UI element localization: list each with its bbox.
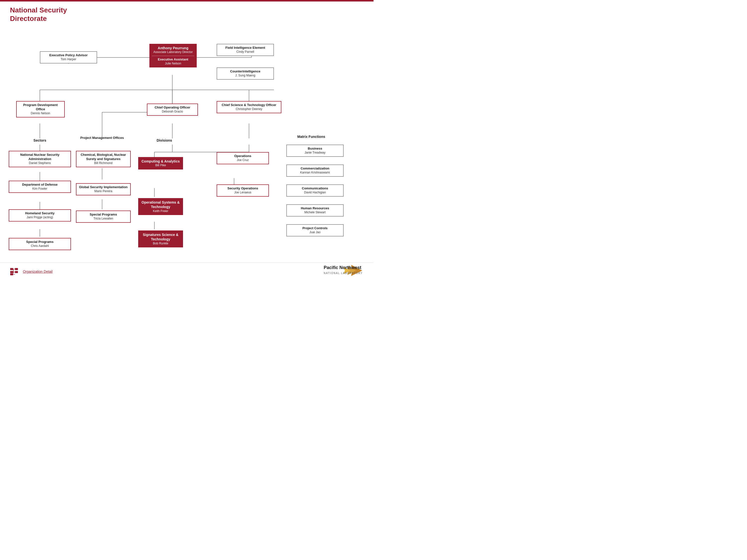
special-prog-sectors-box: Special Programs Chris Aardahl xyxy=(9,238,71,250)
cbn-box: Chemical, Biological, Nuclear Surety and… xyxy=(76,151,131,167)
dod-box: Department of Defense Kim Fowler xyxy=(9,181,71,193)
org-chart: Anthony Peurrung Associate Laboratory Di… xyxy=(0,25,374,267)
hr-box: Human Resources Michele Stewart xyxy=(286,204,344,216)
svg-rect-30 xyxy=(10,268,13,270)
security-ops-box: Security Operations Joe Lenaeus xyxy=(216,184,269,196)
commercialization-box: Commercialization Kannan Krishnaswami xyxy=(286,164,344,177)
communications-box: Communications David Hachigian xyxy=(286,184,344,196)
coo-box: Chief Operating Officer Deborah Gracio xyxy=(147,104,198,115)
project-controls-box: Project Controls Juai Jao xyxy=(286,224,344,236)
csto-box: Chief Science & Technology Officer Chris… xyxy=(216,101,281,113)
svg-text:NATIONAL LABORATORY: NATIONAL LABORATORY xyxy=(324,272,363,274)
org-detail-link[interactable]: Organization Detail xyxy=(23,270,53,273)
global-sec-box: Global Security Implementation Mario Per… xyxy=(76,183,131,195)
matrix-label: Matrix Functions xyxy=(286,135,336,139)
svg-rect-34 xyxy=(15,271,18,273)
svg-rect-33 xyxy=(15,268,18,270)
pnnl-logo: Pacific Northwest NATIONAL LABORATORY xyxy=(324,264,364,279)
svg-rect-31 xyxy=(10,271,13,273)
footer: Organization Detail Pacific Northwest NA… xyxy=(0,263,374,280)
counterintel-box: Counterintelligence J. Sung Maeng xyxy=(216,68,274,79)
ops-sys-box: Operational Systems & Technology Keith F… xyxy=(138,198,183,215)
page-title: National Security Directorate xyxy=(0,1,374,23)
business-box: Business Janie Treadway xyxy=(286,144,344,157)
exec-policy-box: Executive Policy Advisor Tom Harper xyxy=(40,51,97,63)
program-dev-box: Program Development Office Dennis Nelson xyxy=(16,101,65,117)
svg-rect-32 xyxy=(10,273,13,275)
signatures-box: Signatures Science & Technology Bob Runk… xyxy=(138,231,183,247)
computing-box: Computing & Analytics Bill Pike xyxy=(138,157,183,169)
footer-left: Organization Detail xyxy=(10,268,53,275)
nnsa-box: National Nuclear Security Administration… xyxy=(9,151,71,167)
pmo-label: Project Management Offices xyxy=(76,136,128,140)
operations-box: Operations Joe Cruz xyxy=(216,152,269,164)
field-intel-box: Field Intelligence Element Cindy Parnell xyxy=(216,44,274,56)
org-chart-icon xyxy=(10,268,20,275)
pnnl-logo-svg: Pacific Northwest NATIONAL LABORATORY xyxy=(324,264,364,278)
homeland-box: Homeland Security Jami Prigge (acting) xyxy=(9,209,71,221)
svg-text:Pacific Northwest: Pacific Northwest xyxy=(324,265,361,270)
sectors-label: Sectors xyxy=(16,138,63,142)
anthony-box: Anthony Peurrung Associate Laboratory Di… xyxy=(149,44,197,68)
divisions-label: Divisions xyxy=(145,138,184,142)
special-prog-pmo-box: Special Programs Tricia Lewallen xyxy=(76,211,131,222)
